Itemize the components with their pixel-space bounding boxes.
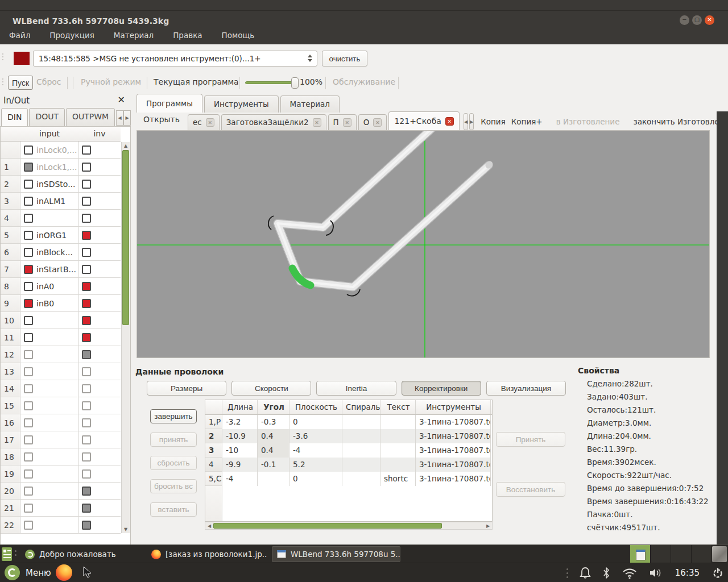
inv-checkbox[interactable] [82, 299, 91, 308]
inv-checkbox[interactable] [82, 316, 91, 325]
inv-checkbox[interactable] [82, 265, 91, 274]
wifi-icon[interactable] [622, 567, 638, 579]
wire-cell[interactable] [258, 472, 289, 486]
inv-checkbox[interactable] [82, 248, 91, 257]
tab-close-icon[interactable]: ✕ [445, 117, 454, 126]
copy-plus-button[interactable]: Копия+ [511, 117, 543, 126]
wire-cell[interactable]: 0 [289, 415, 342, 429]
close-icon[interactable]: ✕ [705, 15, 714, 25]
inv-checkbox[interactable] [82, 384, 91, 393]
wire-cell[interactable]: 3-1пина-170807.tol [416, 443, 491, 458]
inv-checkbox[interactable] [82, 469, 91, 479]
reset-button[interactable]: Сброс [36, 77, 61, 86]
program-tab[interactable]: ЗаготовкаЗащёлки2✕ [221, 114, 326, 130]
main-tab-1[interactable]: Инструменты [204, 95, 279, 113]
scroll-right-icon[interactable]: ▶ [486, 523, 490, 529]
wire-cell[interactable]: 5.2 [289, 458, 342, 472]
input-checkbox[interactable] [24, 487, 33, 496]
wire-row-number[interactable]: 4 [205, 458, 222, 472]
wire-cell[interactable]: -10 [222, 443, 258, 458]
wire-cell[interactable] [342, 472, 380, 486]
input-checkbox[interactable] [24, 316, 33, 325]
input-checkbox[interactable] [24, 248, 33, 257]
input-checkbox[interactable] [24, 180, 33, 189]
wire-cell[interactable]: 3-1пина-170807.tol [416, 472, 491, 486]
program-tab[interactable]: 121+Скоба✕ [388, 111, 459, 130]
taskbar-grip[interactable] [15, 550, 16, 556]
wire-row-number[interactable]: 3 [205, 443, 222, 458]
tray-grip[interactable] [566, 568, 568, 578]
io-tabs-scroll-left-icon[interactable]: ◀ [116, 110, 123, 126]
wire-cell[interactable] [380, 458, 416, 472]
wire-cell[interactable] [342, 415, 380, 429]
io-tabs-scroll-right-icon[interactable]: ▶ [123, 110, 131, 126]
io-tab-dout[interactable]: DOUT [29, 108, 65, 126]
io-tab-outpwm[interactable]: OUTPWM [66, 108, 115, 126]
wire-action-2[interactable]: сбросить [150, 456, 197, 470]
inv-checkbox[interactable] [82, 452, 91, 462]
menu-item-4[interactable]: Помощь [221, 29, 256, 41]
input-checkbox[interactable] [24, 452, 33, 462]
wire-cell[interactable] [342, 443, 380, 458]
wire-cell[interactable]: 3-1пина-170807.tol [416, 429, 491, 443]
wire-action-4[interactable]: вставить [150, 502, 197, 517]
wire-action-1[interactable]: принять [150, 433, 197, 447]
wire-cell[interactable]: shortc [380, 472, 416, 486]
input-checkbox[interactable] [24, 265, 33, 274]
wire-action-0[interactable]: завершить [150, 409, 197, 423]
input-checkbox[interactable] [24, 231, 33, 240]
program-scroll-left-icon[interactable]: ◀ [464, 113, 468, 130]
taskbar-window-1[interactable]: [заказ из проволоки1.jp... [147, 546, 267, 562]
inv-checkbox[interactable] [82, 163, 91, 172]
menu-item-3[interactable]: Правка [172, 29, 203, 41]
message-combobox[interactable]: 15:48:15:585 >MSG не установлен инструме… [33, 51, 317, 66]
inv-checkbox[interactable] [82, 435, 91, 444]
inv-checkbox[interactable] [82, 487, 91, 496]
wire-row-number[interactable]: 2 [205, 429, 222, 443]
io-tab-din[interactable]: DIN [1, 108, 28, 126]
menu-item-1[interactable]: Продукция [48, 29, 96, 41]
inv-checkbox[interactable] [82, 146, 91, 155]
taskbar-window-2[interactable]: WLBend 733.6h 597708u 5... [272, 546, 400, 562]
restore-button[interactable]: Восстановить [496, 482, 565, 497]
notifications-icon[interactable] [580, 567, 591, 579]
inv-checkbox[interactable] [82, 231, 91, 240]
input-checkbox[interactable] [24, 333, 33, 342]
input-checkbox[interactable] [24, 435, 33, 444]
wire-cell[interactable] [380, 443, 416, 458]
inv-checkbox[interactable] [82, 180, 91, 189]
firefox-launcher-icon[interactable] [56, 564, 72, 581]
inv-checkbox[interactable] [82, 214, 91, 223]
inv-checkbox[interactable] [82, 350, 91, 359]
io-panel-close-icon[interactable]: ✕ [118, 94, 125, 105]
view-button-0[interactable]: Размеры [147, 381, 226, 396]
scroll-down-icon[interactable]: ▼ [122, 527, 130, 532]
copy-button[interactable]: Копия [481, 117, 506, 126]
wire-cell[interactable] [380, 429, 416, 443]
taskbar-window-0[interactable]: Добро пожаловать [20, 546, 121, 562]
wire-cell[interactable]: -4 [289, 443, 342, 458]
bluetooth-icon[interactable] [602, 567, 610, 579]
input-checkbox[interactable] [24, 469, 33, 479]
main-tab-0[interactable]: Программы [136, 94, 202, 113]
inv-checkbox[interactable] [82, 504, 91, 513]
wire-table-hscrollbar[interactable]: ◀ ▶ [205, 522, 493, 530]
wire-cell[interactable]: -9.9 [222, 458, 258, 472]
inv-checkbox[interactable] [82, 197, 91, 206]
workspace-2[interactable] [651, 545, 671, 563]
program-tab[interactable]: П✕ [328, 114, 357, 130]
toolbar-grip-2[interactable] [2, 78, 4, 85]
input-checkbox[interactable] [24, 214, 33, 223]
wire-cell[interactable]: -10.9 [222, 429, 258, 443]
input-checkbox[interactable] [24, 384, 33, 393]
inv-checkbox[interactable] [82, 367, 91, 376]
to-production-button[interactable]: в Изготовление [556, 117, 620, 126]
wire-cell[interactable]: -3.6 [289, 429, 342, 443]
service-button[interactable]: Обслуживание [333, 77, 395, 86]
io-vscroll-thumb[interactable] [122, 150, 129, 325]
view-button-3[interactable]: Корректировки [402, 381, 481, 396]
input-checkbox[interactable] [24, 504, 33, 513]
open-button[interactable]: Открыть [139, 112, 184, 127]
wire-cell[interactable]: -4 [222, 472, 258, 486]
slider-handle[interactable] [291, 77, 299, 89]
